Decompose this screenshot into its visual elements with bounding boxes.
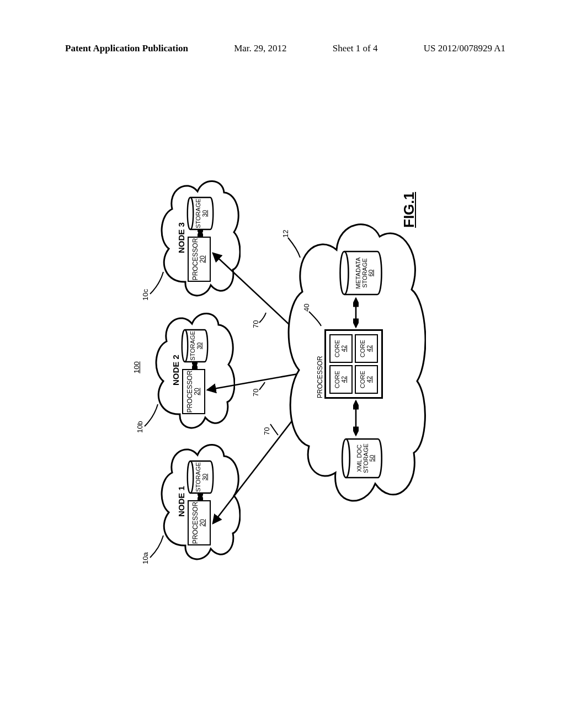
node-2-label: NODE 2: [171, 355, 180, 386]
diagram: 100 NODE 1 10a PROCESSOR 20 STORAGE 30: [128, 163, 437, 565]
core-box-4: CORE 42: [355, 334, 378, 363]
node-1-lead-ref: 10a: [141, 552, 150, 564]
node-2-proc-storage-conn: [192, 361, 198, 369]
node-2-storage-ref: 30: [196, 328, 202, 363]
node-1-lead-line: [149, 534, 164, 559]
node-2-storage-title: STORAGE: [190, 328, 196, 363]
overall-ref-label: 100: [132, 361, 141, 373]
core-4-ref: 42: [366, 345, 373, 352]
core-2-ref: 42: [341, 345, 348, 352]
node-3-processor-box: PROCESSOR 20: [188, 237, 211, 282]
core-box-2: CORE 42: [329, 334, 353, 363]
header-date: Mar. 29, 2012: [234, 43, 286, 54]
header-sheet: Sheet 1 of 4: [333, 43, 378, 54]
node-3-storage-cyl: STORAGE 30: [185, 196, 215, 231]
node-3-label: NODE 3: [177, 222, 186, 253]
metadata-storage-cyl: METADATA STORAGE 60: [338, 250, 384, 296]
node-2-storage-cyl: STORAGE 30: [180, 328, 210, 363]
central-processor-box: PROCESSOR CORE 42 CORE 42 CORE 42 CORE 4…: [324, 329, 383, 399]
central-proc-lead-line: [308, 311, 322, 327]
node-1-storage-ref: 30: [201, 459, 208, 495]
central-processor-title: PROCESSOR: [316, 356, 324, 398]
diagram-rotated-wrap: 100 NODE 1 10a PROCESSOR 20 STORAGE 30: [128, 163, 437, 565]
core-3-ref: 42: [366, 376, 373, 383]
node-3-lead-line: [149, 271, 164, 295]
node-2-processor-box: PROCESSOR 20: [182, 369, 205, 414]
node-3-storage-title: STORAGE: [195, 196, 202, 231]
node-3-storage-ref: 30: [201, 196, 208, 231]
page-header: Patent Application Publication Mar. 29, …: [0, 43, 565, 54]
conn-70-lead-2: [258, 381, 266, 391]
node-2-lead-line: [143, 403, 159, 427]
central-proc-lead-ref: 40: [302, 304, 311, 312]
core-1-ref: 42: [341, 376, 348, 383]
xml-to-proc-conn: [353, 399, 359, 437]
conn-70-lead-3: [258, 312, 267, 324]
xml-storage-title-1: XML DOC: [356, 437, 363, 479]
proc-to-meta-conn: [353, 296, 359, 329]
node-2-lead-ref: 10b: [136, 421, 144, 433]
node-1-label: NODE 1: [177, 486, 186, 517]
metadata-storage-ref: 60: [368, 250, 375, 296]
node-1-proc-storage-conn: [198, 493, 203, 500]
figure-label: FIG.1: [401, 192, 418, 228]
core-box-3: CORE 42: [355, 365, 378, 394]
node-1-storage-title: STORAGE: [195, 459, 202, 495]
central-lead-ref: 12: [281, 230, 290, 238]
node-1-processor-ref: 20: [199, 519, 206, 526]
conn-70-lead-1: [269, 423, 279, 436]
xml-storage-ref: 50: [369, 437, 376, 479]
metadata-storage-title-1: METADATA: [355, 250, 362, 296]
node-2-processor-ref: 20: [194, 388, 201, 395]
node-3-lead-ref: 10c: [141, 289, 150, 301]
header-pubno: US 2012/0078929 A1: [424, 43, 505, 54]
header-left: Patent Application Publication: [65, 43, 188, 54]
core-box-1: CORE 42: [329, 365, 353, 394]
node-3-processor-ref: 20: [199, 255, 206, 263]
central-lead-line: [287, 237, 301, 259]
xml-doc-storage-cyl: XML DOC STORAGE 50: [340, 437, 384, 479]
node-3-proc-storage-conn: [198, 229, 203, 237]
node-1-processor-box: PROCESSOR 20: [188, 500, 211, 545]
